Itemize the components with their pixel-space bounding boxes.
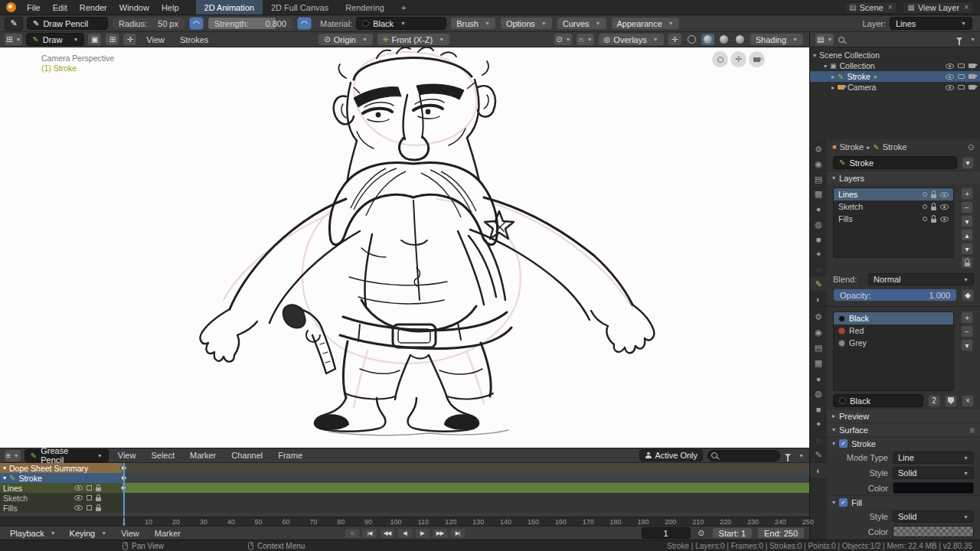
shading-wireframe-button[interactable] bbox=[685, 34, 698, 45]
shading-material-button[interactable] bbox=[717, 34, 730, 45]
presets-icon[interactable]: ≡ bbox=[970, 425, 975, 435]
add-layer-button[interactable]: ＋ bbox=[961, 187, 973, 200]
drawing-plane-selector[interactable]: ✛ Front (X-Z) ▼ bbox=[377, 33, 450, 46]
snap-button[interactable]: ∩▼ bbox=[576, 33, 594, 46]
menu-file[interactable]: File bbox=[21, 0, 47, 15]
layer-selector[interactable]: Lines ▼ bbox=[890, 17, 972, 30]
multiframe-toggle[interactable]: ▣ bbox=[87, 33, 102, 46]
properties-tab-physics[interactable]: ◌ bbox=[810, 432, 827, 447]
lock-icon[interactable] bbox=[96, 497, 101, 501]
hide-viewport-icon[interactable] bbox=[946, 74, 954, 80]
placement-toggle[interactable]: ✛ bbox=[122, 33, 137, 46]
disclosure-icon[interactable]: ▾ bbox=[813, 52, 816, 59]
animate-property-button[interactable]: ◆ bbox=[962, 289, 974, 302]
disclosure-icon[interactable]: ▾ bbox=[824, 63, 827, 70]
editor-type-button[interactable]: ▤▼ bbox=[815, 33, 835, 46]
view-menu[interactable]: View bbox=[115, 527, 145, 540]
properties-tab-world[interactable]: ◍ bbox=[810, 386, 827, 401]
properties-tab-output[interactable]: ▤ bbox=[810, 341, 827, 355]
filter-icon[interactable] bbox=[956, 37, 962, 41]
lock-icon[interactable] bbox=[931, 219, 936, 223]
jump-to-end-button[interactable]: ▶| bbox=[449, 528, 466, 539]
outliner-row-scene-collection[interactable]: ▾ Scene Collection bbox=[810, 50, 980, 60]
hide-icon[interactable] bbox=[74, 485, 83, 491]
frame-ruler[interactable]: 1102030405060708090100110120130140150160… bbox=[0, 517, 809, 526]
onion-skin-icon[interactable] bbox=[923, 204, 927, 209]
disclosure-icon[interactable]: ▾ bbox=[3, 465, 6, 471]
onion-skin-icon[interactable] bbox=[923, 217, 927, 221]
hide-icon[interactable] bbox=[940, 192, 949, 197]
editor-type-button[interactable]: ⊞▼ bbox=[4, 33, 23, 46]
curves-popover[interactable]: Curves ▼ bbox=[557, 17, 607, 30]
lock-icon[interactable] bbox=[96, 487, 101, 491]
properties-tab-view-layer[interactable]: ▦ bbox=[810, 187, 827, 202]
hide-icon[interactable] bbox=[940, 204, 949, 210]
dopesheet-mode-selector[interactable]: ✎ Grease Pencil ▼ bbox=[24, 449, 109, 462]
fill-color-swatch[interactable] bbox=[893, 526, 974, 537]
marker-menu[interactable]: Marker bbox=[184, 448, 222, 462]
properties-tab-scene[interactable]: ● bbox=[810, 202, 827, 217]
properties-tab-world[interactable]: ◍ bbox=[810, 217, 827, 232]
layer-row-lines[interactable]: Lines bbox=[834, 188, 953, 201]
stroke-subpanel-header[interactable]: ▾ ✓ Stroke bbox=[827, 436, 980, 450]
shading-solid-button[interactable] bbox=[701, 34, 714, 45]
brush-popover[interactable]: Brush ▼ bbox=[450, 17, 496, 30]
lock-icon[interactable] bbox=[931, 207, 936, 210]
preview-panel-header[interactable]: ▸ Preview bbox=[827, 409, 980, 422]
hide-viewport-icon[interactable] bbox=[946, 85, 954, 90]
editor-type-button[interactable]: ≡▼ bbox=[4, 449, 21, 462]
disclosure-icon[interactable]: ▸ bbox=[831, 84, 835, 91]
properties-tab-object[interactable]: ■ bbox=[810, 232, 827, 246]
lock-icon[interactable] bbox=[931, 194, 936, 198]
radius-slider[interactable]: Radius: 50 px bbox=[112, 17, 185, 30]
playback-popover[interactable]: Playback ▼ bbox=[5, 527, 61, 540]
properties-tab-render[interactable]: ◉ bbox=[810, 158, 827, 172]
layer-row-fills[interactable]: Fills bbox=[834, 213, 953, 225]
active-only-toggle[interactable]: Active Only bbox=[639, 449, 703, 461]
fake-user-button[interactable] bbox=[945, 395, 957, 407]
hide-icon[interactable] bbox=[74, 495, 83, 500]
properties-tab-render[interactable]: ◉ bbox=[810, 325, 827, 340]
play-button[interactable]: ▶ bbox=[414, 528, 430, 539]
options-popover[interactable]: Options ▼ bbox=[500, 17, 553, 30]
add-workspace-button[interactable]: + bbox=[393, 0, 414, 15]
lock-icon[interactable] bbox=[96, 507, 101, 511]
strength-pressure-toggle[interactable]: ◠ bbox=[297, 17, 312, 30]
layer-row-sketch[interactable]: Sketch bbox=[834, 201, 953, 213]
play-reverse-button[interactable]: ◀ bbox=[397, 528, 413, 539]
add-slot-button[interactable]: ＋ bbox=[961, 311, 973, 324]
outliner-row-camera[interactable]: ▸ Camera bbox=[810, 82, 980, 93]
channel-row-fills[interactable]: Fills bbox=[0, 503, 809, 513]
channel-row-sketch[interactable]: Sketch bbox=[0, 493, 809, 503]
search-icon[interactable] bbox=[838, 37, 844, 43]
stroke-enabled-checkbox[interactable]: ✓ bbox=[839, 439, 848, 448]
unlink-material-button[interactable]: × bbox=[962, 395, 974, 407]
use-lights-checkbox[interactable] bbox=[87, 505, 92, 510]
users-count-button[interactable]: 2 bbox=[928, 395, 940, 407]
properties-tab-tool[interactable]: ⚙ bbox=[810, 310, 827, 324]
active-tool-icon[interactable]: ✎ bbox=[5, 17, 23, 31]
breadcrumb-data[interactable]: Stroke bbox=[883, 142, 907, 152]
disable-viewport-icon[interactable] bbox=[958, 85, 965, 90]
remove-layer-button[interactable]: − bbox=[961, 201, 973, 214]
menu-render[interactable]: Render bbox=[74, 0, 113, 15]
properties-tab-modifiers[interactable]: ✦ bbox=[810, 417, 827, 432]
disclosure-icon[interactable]: ▾ bbox=[3, 474, 6, 481]
disable-render-icon[interactable] bbox=[969, 64, 975, 68]
properties-tab-material[interactable]: ◐ bbox=[810, 292, 827, 306]
use-lights-checkbox[interactable] bbox=[87, 485, 92, 491]
properties-tab-modifiers[interactable]: ✦ bbox=[810, 247, 827, 262]
breadcrumb-object[interactable]: Stroke bbox=[839, 142, 864, 152]
workspace-tab-2d-animation[interactable]: 2D Animation bbox=[196, 0, 263, 15]
disclosure-icon[interactable]: ▸ bbox=[831, 73, 835, 80]
disable-render-icon[interactable] bbox=[969, 85, 975, 90]
use-lights-checkbox[interactable] bbox=[87, 495, 92, 500]
hide-viewport-icon[interactable] bbox=[946, 64, 954, 69]
keying-popover[interactable]: Keying ▼ bbox=[64, 527, 113, 540]
properties-tab-physics[interactable]: ◌ bbox=[810, 262, 827, 276]
fill-enabled-checkbox[interactable]: ✓ bbox=[839, 498, 848, 507]
id-extras-button[interactable]: ▾ bbox=[962, 157, 974, 169]
workspace-tab-2d-full-canvas[interactable]: 2D Full Canvas bbox=[263, 0, 337, 15]
pin-icon[interactable]: ⊙ bbox=[968, 142, 975, 152]
lock-layers-button[interactable] bbox=[961, 256, 973, 269]
